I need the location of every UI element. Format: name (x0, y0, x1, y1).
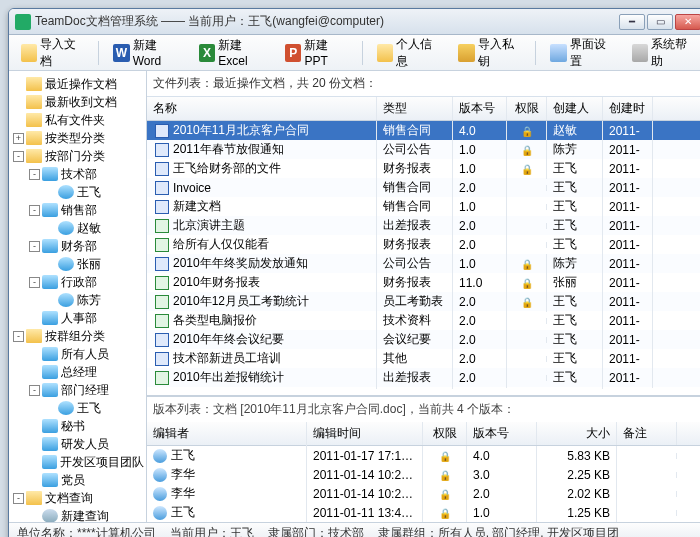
col-date[interactable]: 创建时 (603, 97, 653, 120)
lock-icon (439, 468, 451, 480)
version-grid-header[interactable]: 编辑者 编辑时间 权限 版本号 大小 备注 (147, 422, 700, 446)
vcol-size[interactable]: 大小 (537, 422, 617, 445)
file-icon (155, 124, 169, 138)
file-icon (155, 143, 169, 157)
app-window: TeamDoc文档管理系统 —— 当前用户：王飞(wangfei@compute… (8, 8, 700, 537)
person-icon (58, 257, 74, 271)
tree-item[interactable]: 研发人员 (9, 435, 146, 453)
file-icon (155, 200, 169, 214)
help-button[interactable]: 系统帮助 (626, 32, 700, 74)
tree-item-label: 销售部 (61, 202, 97, 219)
ui-settings-button[interactable]: 界面设置 (544, 32, 619, 74)
tree-item[interactable]: -部门经理 (9, 381, 146, 399)
col-owner[interactable]: 创建人 (547, 97, 603, 120)
tree-item[interactable]: 私有文件夹 (9, 111, 146, 129)
status-org: 单位名称：****计算机公司 (17, 525, 156, 537)
profile-button[interactable]: 个人信息 (371, 32, 446, 74)
tree-item[interactable]: 赵敏 (9, 219, 146, 237)
tree-item-label: 最新收到文档 (45, 94, 117, 111)
tree-item[interactable]: 陈芳 (9, 291, 146, 309)
tree-item[interactable]: 最近操作文档 (9, 75, 146, 93)
tree-item-label: 秘书 (61, 418, 85, 435)
tree-item[interactable]: 王飞 (9, 399, 146, 417)
ppt-icon: P (285, 44, 301, 62)
file-grid[interactable]: 名称 类型 版本号 权限 创建人 创建时 2010年11月北京客户合同销售合同4… (147, 97, 700, 396)
people-icon (42, 383, 58, 397)
people-icon (42, 437, 58, 451)
tree-item[interactable]: +按类型分类 (9, 129, 146, 147)
gear-icon (632, 44, 648, 62)
tree-item-label: 按群组分类 (45, 328, 105, 345)
vcol-perm[interactable]: 权限 (423, 422, 467, 445)
expander-icon[interactable]: - (29, 385, 40, 396)
key-icon (458, 44, 474, 62)
tree-item-label: 财务部 (61, 238, 97, 255)
tree-item-label: 行政部 (61, 274, 97, 291)
vcol-editor[interactable]: 编辑者 (147, 422, 307, 445)
lock-icon (521, 257, 533, 269)
file-icon (155, 352, 169, 366)
lock-icon (521, 124, 533, 136)
new-excel-button[interactable]: X新建Excel (193, 33, 273, 72)
file-icon (155, 295, 169, 309)
new-ppt-button[interactable]: P新建PPT (279, 33, 354, 72)
col-type[interactable]: 类型 (377, 97, 453, 120)
lock-icon (521, 162, 533, 174)
version-row[interactable]: 王飞2011-01-11 13:4…1.01.25 KB (147, 503, 700, 522)
expander-icon[interactable]: - (29, 277, 40, 288)
col-perm[interactable]: 权限 (507, 97, 547, 120)
tree-item-label: 张丽 (77, 256, 101, 273)
tree-item-label: 党员 (61, 472, 85, 489)
expander-icon[interactable]: - (29, 205, 40, 216)
tree-item[interactable]: 党员 (9, 471, 146, 489)
tree-item[interactable]: -按部门分类 (9, 147, 146, 165)
vcol-note[interactable]: 备注 (617, 422, 677, 445)
file-grid-header[interactable]: 名称 类型 版本号 权限 创建人 创建时 (147, 97, 700, 121)
version-grid[interactable]: 编辑者 编辑时间 权限 版本号 大小 备注 王飞2011-01-17 17:1…… (147, 422, 700, 522)
new-word-button[interactable]: W新建Word (107, 33, 186, 72)
vcol-time[interactable]: 编辑时间 (307, 422, 423, 445)
table-row[interactable]: 2010年出差报销统计出差报表2.0王飞2011- (147, 368, 700, 387)
expander-icon[interactable]: - (29, 241, 40, 252)
tree-item[interactable]: 新建查询 (9, 507, 146, 522)
tree-item-label: 私有文件夹 (45, 112, 105, 129)
tree-item[interactable]: 总经理 (9, 363, 146, 381)
vcol-version[interactable]: 版本号 (467, 422, 537, 445)
tree-item[interactable]: -行政部 (9, 273, 146, 291)
nav-tree[interactable]: 最近操作文档最新收到文档私有文件夹+按类型分类-按部门分类-技术部王飞-销售部赵… (9, 71, 147, 522)
file-icon (155, 276, 169, 290)
tree-item[interactable]: -按群组分类 (9, 327, 146, 345)
tree-item[interactable]: 王飞 (9, 183, 146, 201)
folder-icon (26, 149, 42, 163)
expander-icon[interactable]: - (29, 169, 40, 180)
tree-item[interactable]: 秘书 (9, 417, 146, 435)
expander-icon[interactable]: - (13, 151, 24, 162)
tree-item[interactable]: 开发区项目团队 (9, 453, 146, 471)
tree-item[interactable]: 所有人员 (9, 345, 146, 363)
profile-icon (377, 44, 393, 62)
version-list-caption: 版本列表：文档 [2010年11月北京客户合同.doc]，当前共 4 个版本： (147, 396, 700, 422)
tree-item[interactable]: -文档查询 (9, 489, 146, 507)
people-icon (42, 473, 58, 487)
expander-icon[interactable]: - (13, 331, 24, 342)
tree-item[interactable]: -技术部 (9, 165, 146, 183)
app-icon (15, 14, 31, 30)
close-button[interactable]: ✕ (675, 14, 700, 30)
import-doc-button[interactable]: 导入文档 (15, 32, 90, 74)
tree-item[interactable]: -财务部 (9, 237, 146, 255)
lock-icon (521, 143, 533, 155)
expander-icon[interactable]: + (13, 133, 24, 144)
tree-item[interactable]: -销售部 (9, 201, 146, 219)
expander-icon[interactable]: - (13, 493, 24, 504)
tree-item[interactable]: 张丽 (9, 255, 146, 273)
person-icon (58, 401, 74, 415)
col-version[interactable]: 版本号 (453, 97, 507, 120)
col-name[interactable]: 名称 (147, 97, 377, 120)
maximize-button[interactable]: ▭ (647, 14, 673, 30)
import-key-button[interactable]: 导入私钥 (452, 32, 527, 74)
tree-item[interactable]: 人事部 (9, 309, 146, 327)
file-icon (155, 162, 169, 176)
minimize-button[interactable]: ━ (619, 14, 645, 30)
tree-item[interactable]: 最新收到文档 (9, 93, 146, 111)
mag-icon (42, 509, 58, 522)
